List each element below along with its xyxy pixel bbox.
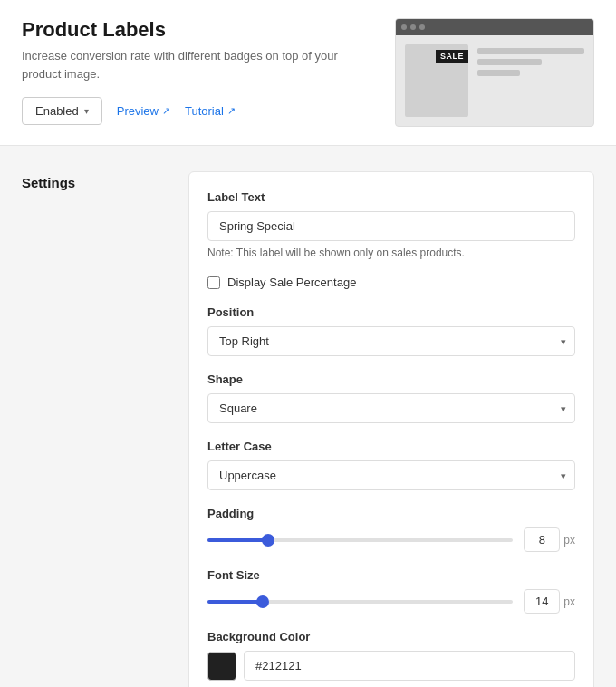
header-section: Product Labels Increase conversion rate … [0, 0, 616, 146]
font-size-slider-row: px [207, 589, 575, 614]
enabled-button[interactable]: Enabled ▾ [22, 97, 102, 125]
settings-label: Settings [22, 171, 167, 687]
mockup-bar [396, 19, 593, 35]
mockup-body: SALE [396, 35, 593, 126]
header-actions: Enabled ▾ Preview ↗ Tutorial ↗ [22, 97, 377, 125]
display-sale-percentage-checkbox[interactable] [207, 276, 220, 289]
tutorial-label: Tutorial [185, 104, 224, 118]
padding-slider-thumb[interactable] [262, 534, 274, 547]
padding-value-box: px [524, 527, 575, 552]
shape-label: Shape [207, 373, 575, 386]
background-color-group: Background Color [207, 630, 575, 681]
enabled-label: Enabled [35, 104, 79, 118]
font-size-unit: px [563, 595, 575, 608]
letter-case-select-wrapper: Uppercase Lowercase Capitalize ▾ [207, 460, 575, 490]
padding-slider-track [207, 538, 513, 542]
mockup-line [477, 70, 520, 76]
tutorial-link[interactable]: Tutorial ↗ [185, 104, 236, 118]
preview-label: Preview [117, 104, 159, 118]
letter-case-select[interactable]: Uppercase Lowercase Capitalize [207, 460, 575, 490]
position-group: Position Top Right Top Left Bottom Right… [207, 305, 575, 356]
shape-select[interactable]: Square Circle Rounded [207, 393, 575, 423]
padding-unit: px [563, 534, 575, 547]
letter-case-label: Letter Case [207, 440, 575, 453]
page-title: Product Labels [22, 18, 377, 42]
mockup-dot [410, 24, 416, 30]
font-size-value-input[interactable] [524, 589, 560, 614]
position-label: Position [207, 305, 575, 319]
background-color-swatch[interactable] [207, 652, 236, 681]
font-size-slider-fill [207, 600, 263, 604]
settings-section: Settings Label Text Note: This label wil… [0, 146, 616, 687]
font-size-slider-container [207, 593, 513, 611]
position-select-wrapper: Top Right Top Left Bottom Right Bottom L… [207, 326, 575, 356]
display-sale-percentage-label: Display Sale Percentage [227, 276, 356, 289]
label-text-note: Note: This label will be shown only on s… [207, 247, 575, 259]
header-left: Product Labels Increase conversion rate … [22, 18, 377, 125]
label-text-group: Label Text Note: This label will be show… [207, 190, 575, 259]
shape-group: Shape Square Circle Rounded ▾ [207, 373, 575, 423]
preview-mockup: SALE [395, 18, 594, 127]
mockup-text-lines [477, 44, 584, 76]
padding-slider-row: px [207, 527, 575, 552]
label-text-label: Label Text [207, 190, 575, 204]
mockup-line [477, 48, 584, 54]
position-select[interactable]: Top Right Top Left Bottom Right Bottom L… [207, 326, 575, 356]
mockup-dot [419, 24, 425, 30]
shape-select-wrapper: Square Circle Rounded ▾ [207, 393, 575, 423]
header-description: Increase conversion rate with different … [22, 47, 377, 82]
sale-badge: SALE [436, 50, 468, 63]
mockup-product-image: SALE [405, 44, 468, 117]
settings-panel: Label Text Note: This label will be show… [188, 171, 594, 687]
background-color-row [207, 651, 575, 681]
padding-label: Padding [207, 507, 575, 520]
font-size-value-box: px [524, 589, 575, 614]
font-size-group: Font Size px [207, 568, 575, 614]
font-size-label: Font Size [207, 568, 575, 582]
display-sale-percentage-row: Display Sale Percentage [207, 276, 575, 289]
padding-group: Padding px [207, 507, 575, 552]
mockup-dot [401, 24, 407, 30]
mockup-line [477, 59, 542, 65]
padding-slider-container [207, 531, 513, 549]
background-color-label: Background Color [207, 630, 575, 643]
font-size-slider-thumb[interactable] [256, 595, 269, 608]
external-link-icon: ↗ [227, 105, 236, 117]
padding-slider-fill [207, 538, 268, 542]
background-color-input[interactable] [244, 651, 575, 681]
padding-value-input[interactable] [524, 527, 560, 552]
external-link-icon: ↗ [162, 105, 170, 117]
chevron-down-icon: ▾ [84, 106, 89, 116]
letter-case-group: Letter Case Uppercase Lowercase Capitali… [207, 440, 575, 490]
font-size-slider-track [207, 600, 513, 604]
preview-link[interactable]: Preview ↗ [117, 104, 170, 118]
label-text-input[interactable] [207, 211, 575, 241]
